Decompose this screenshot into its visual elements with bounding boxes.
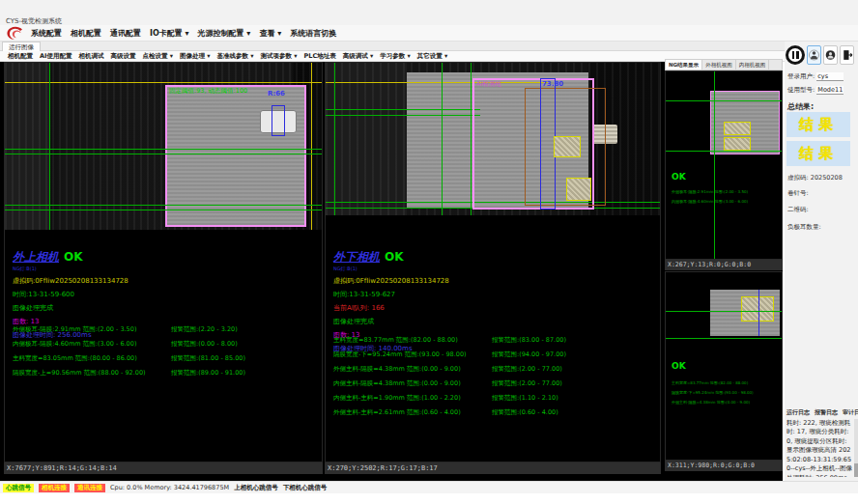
model-value[interactable]: Mode11 <box>816 86 844 95</box>
measure-value: 主料宽度=83.05mm 范围:(80.00 - 86.00) <box>13 354 137 363</box>
measure-row: 内侧极耳-隔膜:4.60mm 范围:(3.00 - 6.00) 报警范围:(0.… <box>13 340 322 354</box>
menu-camera-config[interactable]: 相机配置 <box>71 28 101 39</box>
user-login-button[interactable] <box>807 45 821 65</box>
measure-row: 内侧主料-隔膜=4.38mm 范围:(0.00 - 9.00) 报警范围:(2.… <box>333 379 643 394</box>
tool-camera-debug[interactable]: 相机调试 <box>78 52 103 61</box>
result-box-1: 结果 <box>786 112 850 137</box>
mini-text-line: 主料宽度=83.77mm 范围:(82.00 - 88.00) <box>672 380 780 385</box>
green-baseline <box>5 149 322 150</box>
login-user-label: 登录用户: <box>787 72 815 80</box>
menu-light-config[interactable]: 光源控制配置 ▾ <box>198 28 251 39</box>
tool-image-process[interactable]: 图像处理 ▾ <box>180 52 211 61</box>
ai-roi-label: AI检测框 <box>476 80 501 89</box>
left-camera-name: 外上相机 <box>13 250 59 264</box>
tool-baseline-params[interactable]: 基准线参数 ▾ <box>217 52 254 61</box>
upper-cam-heartbeat[interactable]: 上相机心跳信号 <box>234 484 278 492</box>
left-roi-label: 固定阈值:93, 动态阈值:100 <box>169 87 247 96</box>
left-camera-image: 固定阈值:93, 动态阈值:100 R:66 <box>5 63 322 230</box>
green-guide-line-v <box>442 63 443 215</box>
menu-io-config[interactable]: IO卡配置 ▾ <box>150 28 189 39</box>
center-camera-name: 外下相机 <box>333 250 380 264</box>
left-measure-box <box>272 105 285 136</box>
center-camera-view[interactable]: AI检测框 73.80 外下相机 OK NG灯:B(1) 虚拟码:0FfIiw2… <box>325 62 661 462</box>
center-measure-label: 73.80 <box>542 80 563 88</box>
thumb2-ok: OK <box>672 361 686 371</box>
lower-cam-heartbeat[interactable]: 下相机心跳信号 <box>283 484 328 492</box>
tool-other-settings[interactable]: 其它设置 ▾ <box>417 52 448 61</box>
defect-box <box>724 137 751 151</box>
cpu-memory-text: Cpu: 0.0% Memory: 3424.41796875M <box>110 484 229 491</box>
menu-comm-config[interactable]: 通讯配置 <box>110 28 141 39</box>
menu-system-config[interactable]: 系统配置 <box>31 28 62 39</box>
log-tab-alarm[interactable]: 报警日志 <box>815 408 838 417</box>
center-time: 时间:13-31-59-627 <box>333 290 449 299</box>
center-done: 图像处理完成 <box>333 317 449 326</box>
camera-link-badge: 相机连接 <box>39 484 70 492</box>
tab-run-image[interactable]: 运行图像 <box>2 42 41 51</box>
measure-value: 隔膜宽度-下=95.24mm 范围:(93.00 - 98.00) <box>333 350 467 359</box>
login-user-value[interactable]: cys <box>816 72 844 81</box>
left-done: 图像处理完成 <box>13 303 129 313</box>
mini-text-line: 外侧主料-隔膜=4.38mm 范围:(0.00 - 9.00) <box>672 400 780 405</box>
thumb-tab-strip: NG结果显示 外相机视图 内相机视图 <box>665 59 783 70</box>
qrcode-label: 二维码: <box>787 206 809 214</box>
log-tab-run[interactable]: 运行日志 <box>786 408 810 417</box>
tool-spot-check[interactable]: 点检设置 ▾ <box>142 52 173 61</box>
total-result-label: 总结果: <box>787 101 814 112</box>
comm-link-badge: 通讯连接 <box>74 484 105 492</box>
thumb-tab-ng[interactable]: NG结果显示 <box>666 60 702 70</box>
exit-button[interactable] <box>840 45 854 65</box>
blue-measure-line <box>758 290 759 336</box>
green-baseline <box>326 109 480 110</box>
left-ok-status: OK <box>64 250 83 264</box>
tool-test-params[interactable]: 测试项参数 ▾ <box>261 52 298 61</box>
tool-advanced-debug[interactable]: 高级调试 ▾ <box>343 52 374 61</box>
menu-view[interactable]: 查看 ▾ <box>259 28 281 39</box>
left-barcode: 虚拟码:0FfIiw20250208133134728 <box>13 276 129 286</box>
alarm-range: 报警范围:(94.00 - 97.00) <box>492 350 566 359</box>
barcode-row: 虚拟码: 20250208 <box>787 174 843 182</box>
tool-plc-address[interactable]: PLC地址表 <box>304 52 336 61</box>
left-measure-rows: 外侧极耳-隔膜:2.91mm 范围:(2.00 - 3.50) 报警范围:(2.… <box>13 325 322 383</box>
status-bar: 心跳信号 相机连接 通讯连接 Cpu: 0.0% Memory: 3424.41… <box>0 481 858 493</box>
green-guide-line-v <box>471 63 472 215</box>
center-cursor-coords: X:270;Y:2502;R:17;G:17;B:17 <box>325 462 661 474</box>
green-baseline <box>5 205 322 206</box>
thumb-view-1[interactable]: OK 外侧极耳-隔膜:2.91mm 范围:(2.00 - 3.50) 内侧极耳-… <box>665 70 783 260</box>
user-manage-button[interactable] <box>823 45 838 65</box>
left-cursor-coords: X:7677;Y:891;R:14;G:14;B:14 <box>4 462 323 474</box>
needle-label: 卷针号: <box>787 189 809 198</box>
thumb-tab-outer[interactable]: 外相机视图 <box>702 60 736 70</box>
tool-ai-use-config[interactable]: AI使用配置 <box>40 52 72 61</box>
center-ng-small: NG灯:B(1) <box>333 266 449 271</box>
menu-items: 系统配置 相机配置 通讯配置 IO卡配置 ▾ 光源控制配置 ▾ 查看 ▾ 系统语… <box>31 28 336 39</box>
user-dark-icon <box>825 48 836 62</box>
defect-box <box>554 136 581 157</box>
sidebar: 登录用户: cys 使用型号: Mode11 总结果: 结果 结果 虚拟码: 2… <box>785 42 858 481</box>
measure-row: 隔膜宽度-上=90.56mm 范围:(88.00 - 92.00) 报警范围:(… <box>13 369 322 383</box>
user-icon <box>809 48 819 62</box>
barcode-label: 虚拟码: <box>787 174 809 182</box>
alarm-range: 报警范围:(0.60 - 4.00) <box>492 408 558 417</box>
tool-learning-params[interactable]: 学习参数 ▾ <box>380 52 411 61</box>
measure-row: 内侧主料-主料=1.90mm 范围:(1.00 - 2.20) 报警范围:(1.… <box>333 394 643 408</box>
menu-language-switch[interactable]: 系统语言切换 <box>290 28 336 39</box>
left-measure-label: R:66 <box>268 90 285 98</box>
center-ai-queue: 当前AI队列: 166 <box>333 303 449 313</box>
measure-row: 主料宽度=83.77mm 范围:(82.00 - 88.00) 报警范围:(83… <box>333 336 643 350</box>
thumb-view-2[interactable]: OK 主料宽度=83.77mm 范围:(82.00 - 88.00) 隔膜宽度-… <box>665 271 783 461</box>
green-guide-line-v <box>334 63 335 215</box>
green-baseline <box>666 100 783 101</box>
tool-advanced-settings[interactable]: 高级设置 <box>110 52 135 61</box>
measure-row: 外侧极耳-隔膜:2.91mm 范围:(2.00 - 3.50) 报警范围:(2.… <box>13 325 322 340</box>
thumb2-cursor-coords: X:311;Y:980;R:0;G:0;B:0 <box>665 461 783 471</box>
center-ok-status: OK <box>385 250 404 264</box>
title-bar: CYS-视觉检测系统 <box>0 0 858 25</box>
log-tab-audit[interactable]: 审计日志 <box>843 408 858 417</box>
tool-camera-config[interactable]: 相机配置 <box>8 52 33 61</box>
thumb-tab-inner[interactable]: 内相机视图 <box>736 60 770 70</box>
log-scrollbar[interactable] <box>854 419 858 477</box>
left-camera-view[interactable]: 固定阈值:93, 动态阈值:100 R:66 外上相机 OK NG灯:B(1) … <box>4 62 323 462</box>
pause-button[interactable] <box>786 45 805 65</box>
measure-value: 内侧主料-隔膜=4.38mm 范围:(0.00 - 9.00) <box>333 379 461 388</box>
